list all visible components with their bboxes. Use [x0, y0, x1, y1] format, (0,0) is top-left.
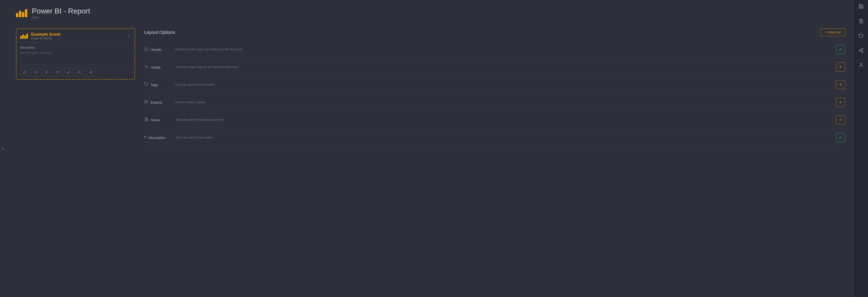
layout-header: Layout Options + Select All [144, 28, 845, 36]
save-icon[interactable] [857, 2, 865, 10]
experts-option-name: Experts [151, 100, 162, 104]
svg-line-4 [861, 49, 862, 50]
tags-option-name: Tags [151, 83, 158, 87]
svg-point-12 [79, 71, 80, 72]
delete-icon[interactable] [857, 17, 865, 25]
left-collapse-arrow[interactable]: » [2, 146, 4, 151]
layout-option-description: ¶ Description Show the asset's descripti… [144, 129, 845, 146]
svg-line-16 [90, 72, 91, 73]
description-toggle-icon: ✓ [839, 135, 843, 140]
header-option-icon [144, 47, 148, 52]
asset-card-header-left: Example Asset Power BI, Report [20, 32, 60, 40]
tags-option-icon [144, 82, 148, 87]
description-label: Description [20, 46, 131, 49]
user-icon[interactable] [857, 61, 865, 69]
page-subtitle: Card [32, 16, 90, 19]
tags-toggle-icon: + [839, 82, 842, 88]
description-option-description: Show the asset's description. [175, 135, 832, 140]
two-col-layout: Example Asset Power BI, Report ☆ Descrip… [16, 28, 845, 290]
main-content: Power BI - Report Card [7, 0, 854, 297]
share-button[interactable] [86, 68, 95, 76]
usage-option-description: Visualize usage data on an interactive l… [175, 65, 832, 69]
asset-description-section: Description No description provided. [17, 42, 134, 65]
usage-option-name: Usage [151, 65, 160, 69]
option-description-icon-name: ¶ Description [144, 135, 172, 139]
option-usage-icon-name: Usage [144, 65, 172, 70]
page-title: Power BI - Report [32, 7, 90, 15]
help-button[interactable] [53, 68, 62, 76]
experts-option-toggle[interactable]: + [836, 98, 845, 107]
description-option-toggle[interactable]: ✓ [836, 133, 845, 142]
option-tags-icon-name: Tags [144, 82, 172, 87]
header-toggle-icon: ✓ [839, 47, 843, 52]
usage-option-toggle[interactable]: + [836, 63, 845, 72]
svg-line-6 [25, 71, 26, 72]
right-sidebar [854, 0, 868, 297]
powerbi-header-icon [16, 9, 27, 17]
svg-point-14 [90, 72, 90, 73]
asset-card-header: Example Asset Power BI, Report ☆ [17, 29, 134, 42]
description-option-icon: ¶ [144, 135, 146, 139]
asset-type: Power BI, Report [31, 37, 60, 40]
link-button[interactable] [64, 68, 73, 76]
description-option-name: Description [149, 136, 166, 139]
layout-panel: Layout Options + Select All [144, 28, 845, 290]
experts-option-icon [144, 100, 148, 105]
header-title-group: Power BI - Report Card [32, 7, 90, 19]
terms-toggle-icon: + [839, 117, 842, 123]
layout-options-title: Layout Options [144, 30, 175, 35]
layout-option-terms: Terms Show the asset's termsets and term… [144, 111, 845, 129]
option-experts-icon-name: Experts [144, 100, 172, 105]
layout-option-tags: Tags List tags attached to an asset. + [144, 76, 845, 94]
tags-option-description: List tags attached to an asset. [175, 82, 832, 87]
svg-point-1 [859, 50, 861, 51]
favorite-star-icon[interactable]: ☆ [127, 34, 131, 39]
comment-button[interactable] [42, 68, 51, 76]
svg-point-21 [145, 100, 147, 102]
terms-option-toggle[interactable]: + [836, 115, 845, 125]
network-share-icon[interactable] [857, 46, 865, 55]
undo-icon[interactable] [857, 32, 865, 40]
info-button[interactable] [31, 68, 40, 76]
option-terms-icon-name: Terms [144, 118, 172, 123]
layout-option-header: Header Display the title, type and relat… [144, 41, 845, 58]
experts-toggle-icon: + [839, 99, 842, 105]
layout-options-list: Header Display the title, type and relat… [144, 41, 845, 146]
asset-card: Example Asset Power BI, Report ☆ Descrip… [16, 28, 135, 79]
svg-point-15 [91, 73, 92, 74]
svg-line-3 [861, 51, 862, 52]
asset-actions [17, 65, 134, 79]
terms-option-description: Show the asset's termsets and terms. [175, 118, 832, 122]
header-option-description: Display the title, type and related icon… [175, 47, 832, 52]
svg-point-0 [862, 48, 863, 50]
option-header-icon-name: Header [144, 47, 172, 52]
page-header: Power BI - Report Card [16, 7, 845, 19]
usage-option-icon [144, 65, 148, 70]
terms-option-icon [144, 118, 148, 123]
layout-option-experts: Experts List the asset's experts. + [144, 94, 845, 111]
svg-line-17 [90, 72, 91, 72]
header-option-toggle[interactable]: ✓ [836, 45, 845, 54]
asset-name: Example Asset [31, 32, 60, 37]
card-panel: Example Asset Power BI, Report ☆ Descrip… [16, 28, 135, 290]
layout-option-usage: Usage Visualize usage data on an interac… [144, 58, 845, 76]
asset-icon [20, 34, 28, 39]
experts-option-description: List the asset's experts. [175, 100, 832, 105]
users-button[interactable] [75, 68, 84, 76]
header-option-name: Header [151, 47, 162, 52]
svg-point-5 [860, 63, 862, 65]
tags-option-toggle[interactable]: + [836, 80, 845, 89]
terms-option-name: Terms [151, 118, 160, 122]
description-text: No description provided. [20, 51, 131, 55]
select-all-button[interactable]: + Select All [820, 28, 845, 36]
select-all-label: + Select All [825, 30, 841, 34]
svg-point-2 [862, 51, 863, 53]
usage-toggle-icon: + [839, 64, 842, 70]
open-button[interactable] [20, 68, 29, 76]
svg-point-13 [91, 71, 92, 72]
